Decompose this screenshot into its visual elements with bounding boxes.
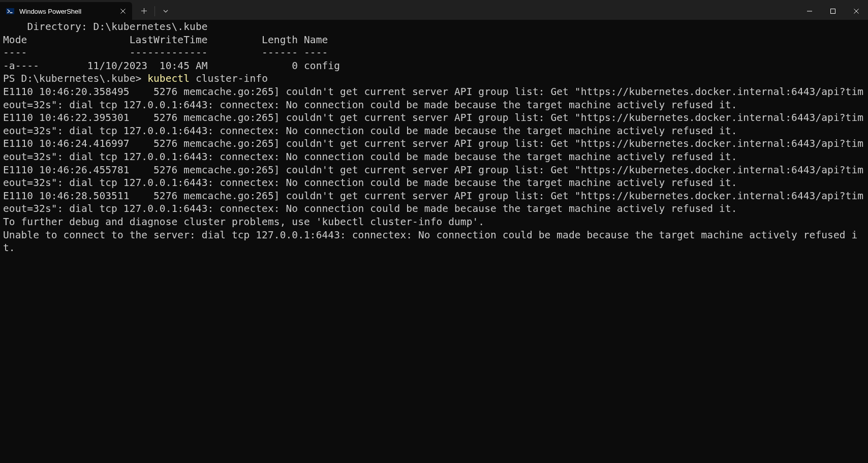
- output-line: E1110 10:46:26.455781 5276 memcache.go:2…: [3, 164, 865, 190]
- tab-title: Windows PowerShell: [19, 8, 111, 15]
- tab-powershell[interactable]: Windows PowerShell: [0, 2, 132, 20]
- close-icon: [120, 9, 126, 14]
- output-line: Mode LastWriteTime Length Name: [3, 34, 865, 47]
- minimize-icon: [807, 9, 812, 14]
- plus-icon: [141, 8, 147, 14]
- command-args: cluster-info: [190, 73, 268, 84]
- new-tab-button[interactable]: [135, 3, 152, 19]
- output-line: To further debug and diagnose cluster pr…: [3, 215, 865, 229]
- tab-close-button[interactable]: [116, 4, 130, 18]
- output-line: Directory: D:\kubernetes\.kube: [3, 20, 865, 34]
- titlebar: Windows PowerShell: [0, 0, 868, 20]
- minimize-button[interactable]: [798, 9, 821, 14]
- output-line: E1110 10:46:24.416997 5276 memcache.go:2…: [3, 137, 865, 163]
- svg-rect-7: [831, 9, 835, 13]
- maximize-button[interactable]: [821, 9, 845, 14]
- powershell-icon: [6, 7, 14, 15]
- window-controls: [798, 9, 868, 14]
- output-line: -a---- 11/10/2023 10:45 AM 0 config: [3, 59, 865, 73]
- close-icon: [854, 9, 859, 14]
- window-close-button[interactable]: [845, 9, 868, 14]
- prompt-line: PS D:\kubernetes\.kube> kubectl cluster-…: [3, 72, 865, 85]
- prompt-prefix: PS D:\kubernetes\.kube>: [3, 73, 147, 84]
- tab-dropdown-button[interactable]: [157, 3, 174, 19]
- output-line: ---- ------------- ------ ----: [3, 46, 865, 59]
- terminal-output[interactable]: Directory: D:\kubernetes\.kubeMode LastW…: [0, 20, 868, 258]
- chevron-down-icon: [163, 10, 168, 13]
- tabbar-divider: [154, 6, 155, 16]
- maximize-icon: [830, 9, 835, 14]
- command-name: kubectl: [147, 73, 190, 84]
- output-line: E1110 10:46:28.503511 5276 memcache.go:2…: [3, 190, 865, 215]
- tabbar-area: [132, 2, 868, 20]
- output-line: E1110 10:46:22.395301 5276 memcache.go:2…: [3, 111, 865, 137]
- svg-rect-0: [6, 8, 14, 14]
- output-line: E1110 10:46:20.358495 5276 memcache.go:2…: [3, 85, 865, 111]
- output-line: Unable to connect to the server: dial tc…: [3, 229, 865, 255]
